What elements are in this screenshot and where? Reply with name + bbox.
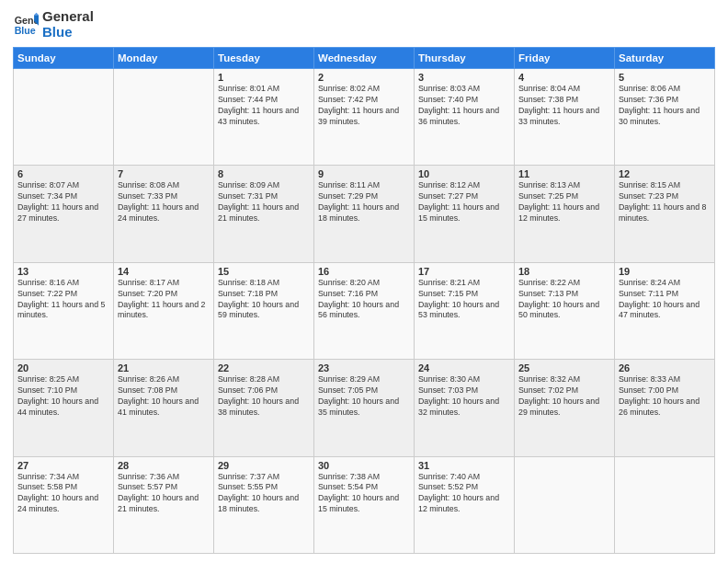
day-number: 30 [318,460,410,471]
calendar-cell: 12Sunrise: 8:15 AMSunset: 7:23 PMDayligh… [615,166,715,262]
cell-info: Sunrise: 8:12 AMSunset: 7:27 PMDaylight:… [418,180,510,224]
day-number: 26 [619,362,711,373]
day-number: 16 [318,266,410,277]
page-header: General Blue General Blue [13,9,715,40]
weekday-header-tuesday: Tuesday [214,48,314,69]
day-number: 12 [619,168,711,179]
calendar-cell: 10Sunrise: 8:12 AMSunset: 7:27 PMDayligh… [415,166,515,262]
day-number: 2 [318,72,410,83]
day-number: 1 [218,72,310,83]
calendar-cell: 13Sunrise: 8:16 AMSunset: 7:22 PMDayligh… [14,262,114,359]
day-number: 7 [118,168,210,179]
day-number: 31 [418,460,510,471]
day-number: 27 [17,460,109,471]
day-number: 10 [418,168,510,179]
cell-info: Sunrise: 7:40 AMSunset: 5:52 PMDaylight:… [418,472,510,516]
calendar-week-4: 20Sunrise: 8:25 AMSunset: 7:10 PMDayligh… [14,360,715,456]
calendar-cell: 3Sunrise: 8:03 AMSunset: 7:40 PMDaylight… [415,69,515,166]
day-number: 13 [17,266,109,277]
cell-info: Sunrise: 8:03 AMSunset: 7:40 PMDaylight:… [418,84,510,128]
cell-info: Sunrise: 8:02 AMSunset: 7:42 PMDaylight:… [318,84,410,128]
cell-info: Sunrise: 8:01 AMSunset: 7:44 PMDaylight:… [218,84,310,128]
cell-info: Sunrise: 8:09 AMSunset: 7:31 PMDaylight:… [218,180,310,224]
cell-info: Sunrise: 7:34 AMSunset: 5:58 PMDaylight:… [17,472,109,516]
cell-info: Sunrise: 8:32 AMSunset: 7:02 PMDaylight:… [518,374,610,419]
svg-text:Blue: Blue [15,24,36,35]
day-number: 6 [17,168,109,179]
weekday-header-friday: Friday [515,48,615,69]
calendar-week-3: 13Sunrise: 8:16 AMSunset: 7:22 PMDayligh… [14,262,715,359]
cell-info: Sunrise: 8:16 AMSunset: 7:22 PMDaylight:… [17,278,109,322]
day-number: 14 [118,266,210,277]
day-number: 21 [118,362,210,373]
weekday-header-saturday: Saturday [615,48,715,69]
cell-info: Sunrise: 8:33 AMSunset: 7:00 PMDaylight:… [619,374,711,419]
calendar-cell: 24Sunrise: 8:30 AMSunset: 7:03 PMDayligh… [415,360,515,456]
calendar-cell: 6Sunrise: 8:07 AMSunset: 7:34 PMDaylight… [14,166,114,262]
cell-info: Sunrise: 7:36 AMSunset: 5:57 PMDaylight:… [118,472,210,516]
cell-info: Sunrise: 8:26 AMSunset: 7:08 PMDaylight:… [118,374,210,419]
day-number: 5 [619,72,711,83]
calendar-cell: 11Sunrise: 8:13 AMSunset: 7:25 PMDayligh… [515,166,615,262]
cell-info: Sunrise: 8:21 AMSunset: 7:15 PMDaylight:… [418,278,510,322]
calendar-cell: 25Sunrise: 8:32 AMSunset: 7:02 PMDayligh… [515,360,615,456]
calendar-cell: 9Sunrise: 8:11 AMSunset: 7:29 PMDaylight… [314,166,415,262]
weekday-header-sunday: Sunday [14,48,114,69]
calendar-cell: 26Sunrise: 8:33 AMSunset: 7:00 PMDayligh… [615,360,715,456]
weekday-header-thursday: Thursday [415,48,515,69]
calendar-cell: 31Sunrise: 7:40 AMSunset: 5:52 PMDayligh… [415,456,515,553]
cell-info: Sunrise: 8:22 AMSunset: 7:13 PMDaylight:… [518,278,610,322]
calendar-cell [615,456,715,553]
day-number: 8 [218,168,310,179]
calendar-cell: 21Sunrise: 8:26 AMSunset: 7:08 PMDayligh… [114,360,214,456]
cell-info: Sunrise: 7:38 AMSunset: 5:54 PMDaylight:… [318,472,410,516]
calendar-cell: 23Sunrise: 8:29 AMSunset: 7:05 PMDayligh… [314,360,415,456]
calendar-cell: 18Sunrise: 8:22 AMSunset: 7:13 PMDayligh… [515,262,615,359]
calendar-cell: 30Sunrise: 7:38 AMSunset: 5:54 PMDayligh… [314,456,415,553]
cell-info: Sunrise: 8:11 AMSunset: 7:29 PMDaylight:… [318,180,410,224]
calendar-cell: 15Sunrise: 8:18 AMSunset: 7:18 PMDayligh… [214,262,314,359]
weekday-header-row: SundayMondayTuesdayWednesdayThursdayFrid… [14,48,715,69]
cell-info: Sunrise: 8:28 AMSunset: 7:06 PMDaylight:… [218,374,310,419]
calendar-cell: 20Sunrise: 8:25 AMSunset: 7:10 PMDayligh… [14,360,114,456]
day-number: 24 [418,362,510,373]
day-number: 3 [418,72,510,83]
weekday-header-wednesday: Wednesday [314,48,415,69]
cell-info: Sunrise: 8:20 AMSunset: 7:16 PMDaylight:… [318,278,410,322]
logo-name: General Blue [42,9,94,40]
logo: General Blue General Blue [13,9,94,40]
day-number: 15 [218,266,310,277]
calendar-cell: 16Sunrise: 8:20 AMSunset: 7:16 PMDayligh… [314,262,415,359]
cell-info: Sunrise: 8:25 AMSunset: 7:10 PMDaylight:… [17,374,109,419]
calendar-cell: 5Sunrise: 8:06 AMSunset: 7:36 PMDaylight… [615,69,715,166]
day-number: 29 [218,460,310,471]
calendar-cell [515,456,615,553]
cell-info: Sunrise: 8:18 AMSunset: 7:18 PMDaylight:… [218,278,310,322]
day-number: 17 [418,266,510,277]
calendar-table: SundayMondayTuesdayWednesdayThursdayFrid… [13,47,715,554]
calendar-week-1: 1Sunrise: 8:01 AMSunset: 7:44 PMDaylight… [14,69,715,166]
cell-info: Sunrise: 8:15 AMSunset: 7:23 PMDaylight:… [619,180,711,224]
calendar-cell: 29Sunrise: 7:37 AMSunset: 5:55 PMDayligh… [214,456,314,553]
day-number: 20 [17,362,109,373]
calendar-cell: 4Sunrise: 8:04 AMSunset: 7:38 PMDaylight… [515,69,615,166]
cell-info: Sunrise: 7:37 AMSunset: 5:55 PMDaylight:… [218,472,310,516]
calendar-cell: 8Sunrise: 8:09 AMSunset: 7:31 PMDaylight… [214,166,314,262]
calendar-cell: 17Sunrise: 8:21 AMSunset: 7:15 PMDayligh… [415,262,515,359]
calendar-cell: 14Sunrise: 8:17 AMSunset: 7:20 PMDayligh… [114,262,214,359]
cell-info: Sunrise: 8:06 AMSunset: 7:36 PMDaylight:… [619,84,711,128]
day-number: 11 [518,168,610,179]
weekday-header-monday: Monday [114,48,214,69]
calendar-cell: 22Sunrise: 8:28 AMSunset: 7:06 PMDayligh… [214,360,314,456]
calendar-cell: 28Sunrise: 7:36 AMSunset: 5:57 PMDayligh… [114,456,214,553]
calendar-cell: 2Sunrise: 8:02 AMSunset: 7:42 PMDaylight… [314,69,415,166]
day-number: 23 [318,362,410,373]
cell-info: Sunrise: 8:04 AMSunset: 7:38 PMDaylight:… [518,84,610,128]
svg-marker-3 [34,12,39,14]
calendar-cell: 1Sunrise: 8:01 AMSunset: 7:44 PMDaylight… [214,69,314,166]
day-number: 18 [518,266,610,277]
calendar-week-2: 6Sunrise: 8:07 AMSunset: 7:34 PMDaylight… [14,166,715,262]
cell-info: Sunrise: 8:13 AMSunset: 7:25 PMDaylight:… [518,180,610,224]
calendar-week-5: 27Sunrise: 7:34 AMSunset: 5:58 PMDayligh… [14,456,715,553]
calendar-cell: 19Sunrise: 8:24 AMSunset: 7:11 PMDayligh… [615,262,715,359]
